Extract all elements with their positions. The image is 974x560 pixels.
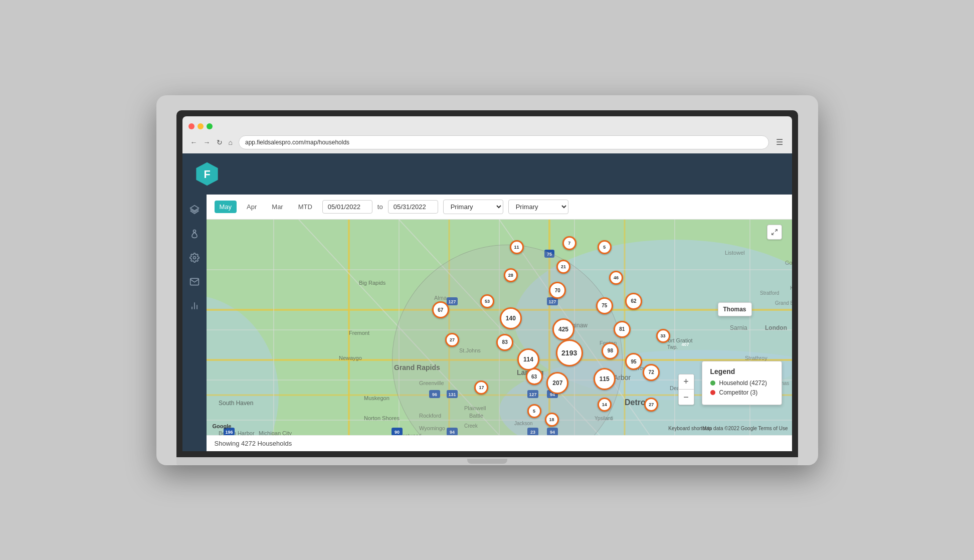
map-marker[interactable]: 5	[598, 240, 612, 254]
map-marker[interactable]: 425	[552, 318, 574, 340]
address-bar[interactable]	[239, 135, 769, 149]
browser-chrome: ← → ↻ ⌂ ☰	[182, 116, 792, 153]
sidebar	[182, 195, 207, 451]
map-marker[interactable]: 114	[517, 348, 539, 370]
date-separator: to	[377, 203, 383, 211]
map-marker[interactable]: 27	[445, 333, 459, 347]
forward-button[interactable]: →	[202, 137, 213, 147]
maximize-button[interactable]	[207, 123, 213, 129]
svg-text:Sarnia: Sarnia	[730, 324, 747, 331]
view-select[interactable]: Primary	[508, 200, 568, 214]
keyboard-shortcuts[interactable]: Keyboard shortcuts	[668, 426, 711, 431]
browser-nav: ← → ↻ ⌂ ☰	[188, 132, 786, 153]
competitor-dot	[710, 390, 715, 395]
screen-bezel: ← → ↻ ⌂ ☰ F	[176, 110, 798, 457]
map-marker[interactable]: 33	[656, 329, 670, 343]
zoom-controls: + −	[678, 374, 694, 405]
legend-competitor: Competitor (3)	[710, 389, 773, 396]
map-attribution: Map data ©2022 Google Terms of Use	[702, 426, 788, 431]
sidebar-icon-route[interactable]	[187, 227, 202, 241]
map-marker[interactable]: 70	[549, 282, 566, 299]
tab-mtd[interactable]: MTD	[293, 201, 317, 213]
map-marker[interactable]: 5	[527, 404, 541, 418]
map-marker[interactable]: 27	[644, 398, 658, 412]
map-marker[interactable]: 140	[500, 307, 522, 329]
sidebar-icon-settings[interactable]	[187, 251, 202, 265]
map-marker[interactable]: 28	[504, 268, 518, 282]
map-marker[interactable]: 46	[609, 271, 623, 285]
laptop-base	[176, 457, 798, 465]
svg-text:Michigan City: Michigan City	[259, 430, 292, 435]
map-marker[interactable]: 2193	[556, 339, 583, 366]
svg-text:Strathroy: Strathroy	[745, 355, 767, 361]
back-button[interactable]: ←	[188, 137, 200, 147]
territory-select[interactable]: Primary Secondary	[443, 200, 503, 214]
map-marker[interactable]: 11	[510, 240, 524, 254]
map-marker[interactable]: 14	[598, 398, 612, 412]
tab-apr[interactable]: Apr	[242, 201, 262, 213]
date-to-input[interactable]	[388, 200, 438, 214]
household-dot	[710, 381, 715, 386]
household-label: Household (4272)	[719, 380, 767, 387]
browser-titlebar	[188, 120, 786, 132]
svg-text:Grand Bend: Grand Bend	[775, 300, 792, 306]
browser-menu-button[interactable]: ☰	[773, 136, 786, 148]
laptop-frame: ← → ↻ ⌂ ☰ F	[156, 95, 818, 465]
legend-box: Legend Household (4272) Competitor (3)	[702, 361, 782, 405]
svg-text:F: F	[204, 168, 210, 180]
minimize-button[interactable]	[198, 123, 204, 129]
date-from-input[interactable]	[322, 200, 372, 214]
svg-text:Fremont: Fremont	[349, 330, 369, 336]
svg-text:Newaygo: Newaygo	[339, 355, 362, 361]
reload-button[interactable]: ↻	[215, 137, 225, 147]
tab-mar[interactable]: Mar	[267, 201, 288, 213]
svg-text:Kitchener: Kitchener	[790, 285, 792, 291]
svg-text:Norton Shores: Norton Shores	[364, 415, 400, 421]
map-marker[interactable]: 75	[596, 297, 613, 314]
sidebar-icon-chart[interactable]	[187, 299, 202, 313]
map-marker[interactable]: 62	[625, 293, 642, 310]
map-marker[interactable]: 207	[546, 372, 568, 394]
legend-title: Legend	[710, 367, 773, 376]
svg-text:407: 407	[681, 342, 689, 347]
svg-text:South Haven: South Haven	[219, 400, 253, 407]
map-marker[interactable]: 18	[545, 413, 559, 427]
map-marker[interactable]: 21	[556, 260, 570, 274]
svg-line-109	[775, 229, 777, 231]
sidebar-icon-layers[interactable]	[187, 203, 202, 217]
app-header: F	[182, 153, 792, 195]
map-marker[interactable]: 53	[480, 294, 494, 308]
competitor-label: Competitor (3)	[719, 389, 758, 396]
map-marker[interactable]: 95	[625, 353, 642, 370]
svg-text:Goderich: Goderich	[785, 260, 792, 266]
map-marker[interactable]: 72	[643, 364, 660, 381]
zoom-out-button[interactable]: −	[679, 390, 694, 405]
map-marker[interactable]: 81	[614, 321, 631, 338]
tab-may[interactable]: May	[215, 201, 237, 213]
fullscreen-button[interactable]	[767, 225, 782, 240]
map-marker[interactable]: 83	[496, 334, 513, 351]
svg-text:Listowel: Listowel	[725, 250, 745, 256]
map-marker[interactable]: 67	[432, 301, 449, 318]
status-bar: Showing 4272 Households	[207, 435, 792, 451]
laptop-notch	[467, 459, 507, 464]
svg-text:Big Rapids: Big Rapids	[359, 280, 386, 286]
svg-text:Stratford: Stratford	[760, 290, 779, 296]
browser-nav-buttons: ← → ↻ ⌂	[188, 137, 235, 147]
google-logo: Google	[213, 423, 232, 429]
map-marker[interactable]: 17	[474, 381, 488, 395]
map-marker[interactable]: 7	[562, 236, 576, 250]
map-wrapper: Grand Rapids Lansing Ann Arbor Detroit F…	[207, 220, 792, 435]
app-container: F	[182, 153, 792, 451]
map-marker[interactable]: 63	[526, 368, 543, 385]
sidebar-icon-mail[interactable]	[187, 275, 202, 289]
app-logo: F	[194, 161, 220, 186]
toolbar: May Apr Mar MTD to Primary Secondary Pri…	[207, 195, 792, 220]
legend-household: Household (4272)	[710, 380, 773, 387]
map-background[interactable]: Grand Rapids Lansing Ann Arbor Detroit F…	[207, 220, 792, 435]
home-button[interactable]: ⌂	[227, 137, 235, 147]
map-marker[interactable]: 115	[594, 368, 616, 390]
map-marker[interactable]: 98	[602, 342, 619, 359]
close-button[interactable]	[188, 123, 194, 129]
zoom-in-button[interactable]: +	[679, 375, 694, 390]
